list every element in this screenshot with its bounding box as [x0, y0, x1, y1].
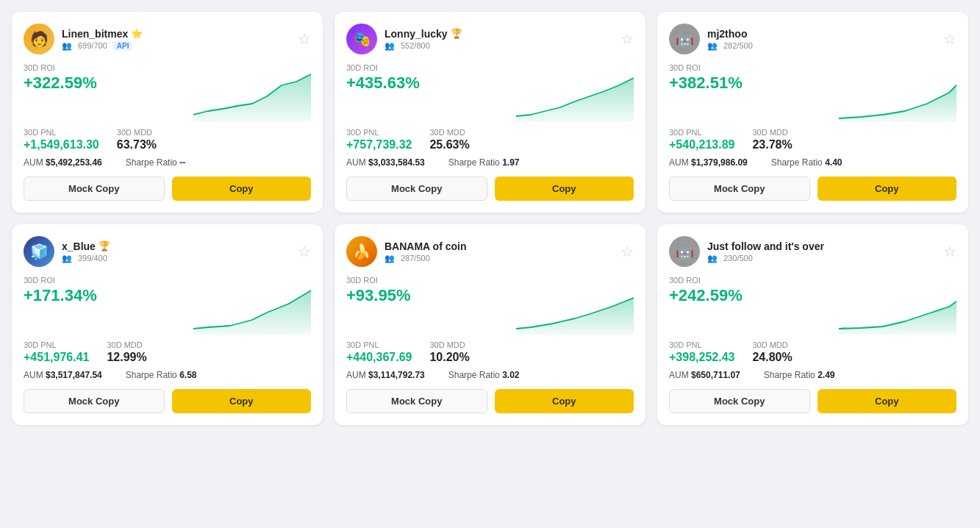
mdd-value: 23.78% [752, 138, 792, 151]
roi-label: 30D ROI [346, 63, 510, 72]
roi-value: +435.63% [346, 74, 510, 93]
followers-icon: 👥 [385, 41, 395, 51]
aum-value: AUM $3,517,847.54 [24, 370, 102, 380]
pnl-value: +398,252.43 [669, 351, 734, 364]
pnl-value: +440,367.69 [346, 351, 412, 364]
roi-value: +242.59% [669, 286, 833, 305]
chart-mj2thoo [839, 63, 956, 122]
mdd-value: 25.63% [429, 138, 469, 151]
trader-avatar-linen: 🧑 [24, 24, 54, 54]
favorite-button[interactable]: ☆ [620, 32, 634, 46]
mock-copy-button[interactable]: Mock Copy [24, 176, 165, 201]
copy-button[interactable]: Copy [172, 176, 312, 201]
sharpe-value: Sharpe Ratio 3.02 [448, 370, 520, 380]
trader-avatar-mj2thoo: 🤖 [669, 24, 700, 54]
mock-copy-button[interactable]: Mock Copy [669, 176, 810, 201]
mdd-label: 30D MDD [752, 128, 792, 137]
pnl-value: +540,213.89 [669, 138, 734, 151]
followers-count: 230/500 [723, 254, 753, 263]
followers-count: 552/800 [401, 41, 430, 50]
trader-avatar-banama: 🍌 [346, 236, 377, 267]
chart-lonny [516, 63, 634, 122]
favorite-button[interactable]: ☆ [943, 32, 956, 46]
copy-button[interactable]: Copy [818, 176, 957, 201]
followers-count: 282/500 [723, 41, 753, 50]
aum-value: AUM $3,114,792.73 [346, 370, 425, 380]
followers-icon: 👥 [385, 254, 395, 263]
pnl-value: +757,739.32 [346, 138, 412, 151]
mdd-value: 24.80% [752, 351, 792, 364]
followers-icon: 👥 [62, 254, 72, 263]
mdd-value: 10.20% [429, 351, 469, 364]
trader-card-just: 🤖 Just follow and it's over 👥 230/500 ☆ [657, 224, 968, 425]
pnl-value: +451,976.41 [24, 351, 89, 364]
mock-copy-button[interactable]: Mock Copy [346, 389, 487, 413]
mdd-value: 12.99% [107, 351, 146, 364]
verified-badge: ⭐ [131, 28, 143, 39]
mdd-label: 30D MDD [752, 340, 792, 349]
sharpe-value: Sharpe Ratio 6.58 [126, 370, 197, 380]
favorite-button[interactable]: ☆ [620, 244, 634, 259]
trader-avatar-lonny: 🎭 [346, 24, 377, 54]
aum-value: AUM $1,379,986.09 [669, 157, 748, 168]
aum-value: AUM $650,711.07 [669, 370, 740, 380]
aum-value: AUM $5,492,253.46 [24, 157, 102, 168]
sharpe-value: Sharpe Ratio 1.97 [448, 157, 520, 168]
pnl-label: 30D PNL [24, 128, 99, 137]
favorite-button[interactable]: ☆ [298, 32, 311, 46]
mock-copy-button[interactable]: Mock Copy [24, 389, 165, 413]
mdd-label: 30D MDD [107, 340, 146, 349]
roi-value: +382.51% [669, 74, 833, 93]
copy-button[interactable]: Copy [495, 389, 634, 413]
sharpe-value: Sharpe Ratio 4.40 [771, 157, 843, 168]
trader-name: Lonny_lucky [385, 28, 448, 40]
chart-just [839, 276, 956, 335]
trader-avatar-just: 🤖 [669, 236, 700, 267]
trader-grid: 🧑 Linen_bitmex ⭐ 👥 699/700 API ☆ [12, 12, 968, 425]
copy-button[interactable]: Copy [818, 389, 957, 413]
copy-button[interactable]: Copy [495, 176, 634, 201]
aum-value: AUM $3,033,584.53 [346, 157, 425, 168]
verified-badge: 🏆 [451, 28, 462, 39]
favorite-button[interactable]: ☆ [298, 244, 311, 259]
trader-card-banama: 🍌 BANAMA of coin 👥 287/500 ☆ [335, 224, 645, 425]
trader-card-linen: 🧑 Linen_bitmex ⭐ 👥 699/700 API ☆ [12, 12, 323, 213]
chart-linen [193, 63, 311, 122]
mdd-value: 63.73% [117, 138, 157, 151]
roi-value: +93.95% [346, 286, 510, 305]
pnl-label: 30D PNL [669, 340, 734, 349]
favorite-button[interactable]: ☆ [943, 244, 956, 259]
roi-value: +322.59% [24, 74, 187, 93]
mock-copy-button[interactable]: Mock Copy [669, 389, 810, 413]
pnl-label: 30D PNL [669, 128, 734, 137]
trader-avatar-xblue: 🧊 [24, 236, 54, 267]
roi-label: 30D ROI [669, 63, 833, 72]
trader-name: Just follow and it's over [707, 240, 824, 252]
trader-name: mj2thoo [707, 28, 747, 40]
followers-count: 399/400 [78, 254, 107, 263]
mdd-label: 30D MDD [429, 128, 469, 137]
sharpe-value: Sharpe Ratio 2.49 [764, 370, 835, 380]
pnl-label: 30D PNL [346, 340, 412, 349]
trader-name: BANAMA of coin [385, 240, 466, 252]
mdd-label: 30D MDD [429, 340, 469, 349]
roi-label: 30D ROI [669, 276, 833, 285]
followers-icon: 👥 [707, 254, 718, 263]
copy-button[interactable]: Copy [172, 389, 312, 413]
pnl-label: 30D PNL [346, 128, 412, 137]
pnl-label: 30D PNL [24, 340, 89, 349]
trader-card-mj2thoo: 🤖 mj2thoo 👥 282/500 ☆ 30D [657, 12, 968, 213]
roi-label: 30D ROI [346, 276, 510, 285]
mdd-label: 30D MDD [117, 128, 157, 137]
chart-banama [516, 276, 634, 335]
sharpe-value: Sharpe Ratio -- [126, 157, 185, 168]
roi-label: 30D ROI [24, 276, 187, 285]
chart-xblue [193, 276, 311, 335]
mock-copy-button[interactable]: Mock Copy [346, 176, 487, 201]
verified-badge: 🏆 [99, 240, 110, 251]
followers-count: 699/700 [78, 41, 107, 50]
trader-card-lonny: 🎭 Lonny_lucky 🏆 👥 552/800 ☆ [335, 12, 645, 213]
pnl-value: +1,549,613.30 [24, 138, 99, 151]
trader-card-xblue: 🧊 x_Blue 🏆 👥 399/400 ☆ 30D [12, 224, 323, 425]
trader-name: x_Blue [62, 240, 96, 252]
